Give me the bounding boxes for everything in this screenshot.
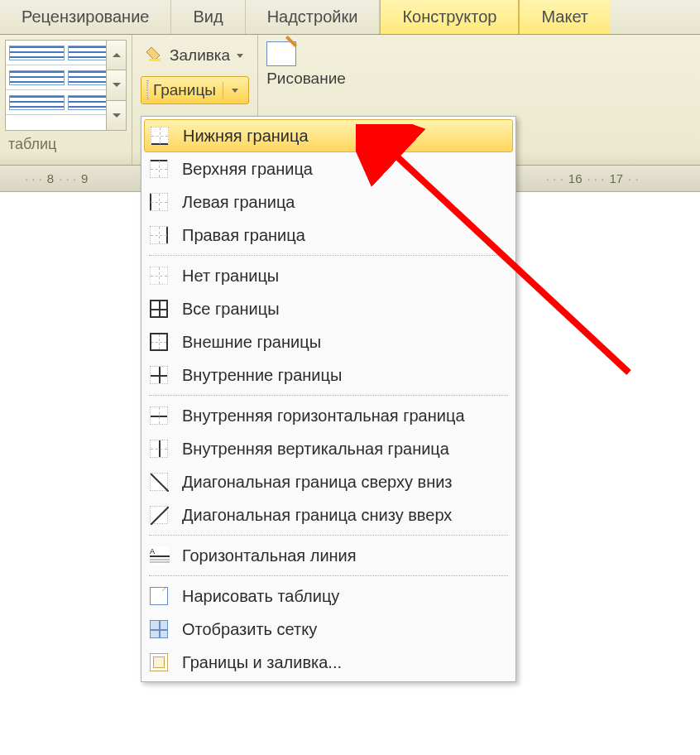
menu-item-label: Верхняя граница	[182, 160, 313, 179]
fill-button[interactable]: Заливка	[141, 41, 249, 70]
menu-item-label: Границы и заливка...	[182, 653, 342, 672]
border-ihoriz-icon	[147, 406, 170, 426]
menu-item-label: Диагональная граница снизу вверх	[182, 506, 452, 525]
chevron-down-icon	[113, 83, 121, 87]
ruler-mark-16: 16	[568, 171, 583, 185]
gallery-down-button[interactable]	[107, 70, 126, 100]
menu-item-all[interactable]: Все границы	[144, 292, 513, 325]
menu-item-label: Правая граница	[182, 226, 305, 245]
border-grid-icon	[147, 619, 170, 639]
draw-table-icon[interactable]	[266, 41, 296, 66]
ribbon-tabs: Рецензирование Вид Надстройки Конструкто…	[0, 0, 700, 35]
border-inside-icon	[147, 365, 170, 385]
border-hline-icon: A	[147, 546, 170, 565]
menu-item-label: Внутренняя горизонтальная граница	[182, 406, 465, 426]
menu-item-label: Горизонтальная линия	[182, 546, 357, 565]
menu-item-label: Внутренние границы	[182, 366, 342, 385]
tab-design[interactable]: Конструктор	[380, 0, 519, 34]
ruler-mark-8: 8	[47, 171, 54, 185]
menu-separator	[149, 255, 508, 256]
tab-layout[interactable]: Макет	[519, 0, 610, 34]
svg-line-1	[151, 474, 169, 492]
menu-item-none[interactable]: Нет границы	[144, 259, 513, 292]
border-draw-icon	[147, 586, 170, 606]
borders-icon	[146, 81, 148, 99]
menu-separator	[149, 395, 508, 396]
menu-separator	[149, 535, 508, 536]
menu-item-label: Нарисовать таблицу	[182, 587, 339, 606]
tab-view[interactable]: Вид	[171, 0, 245, 34]
menu-separator	[149, 575, 508, 576]
menu-item-label: Все границы	[182, 300, 280, 319]
chevron-up-icon	[113, 53, 121, 57]
border-all-icon	[147, 299, 170, 319]
fill-label: Заливка	[170, 46, 230, 65]
menu-item-dialog[interactable]: Границы и заливка...	[144, 646, 513, 679]
border-bottom-icon	[148, 126, 171, 146]
table-styles-label: таблиц	[5, 136, 127, 153]
ruler-mark-17: 17	[609, 171, 623, 185]
gallery-up-button[interactable]	[107, 41, 126, 70]
border-diagup-icon	[147, 505, 170, 525]
menu-item-outside[interactable]: Внешние границы	[144, 325, 513, 358]
border-left-icon	[147, 192, 170, 212]
chevron-down-icon	[237, 54, 243, 58]
menu-item-label: Диагональная граница сверху вниз	[182, 473, 453, 492]
menu-item-hline[interactable]: AГоризонтальная линия	[144, 539, 513, 572]
menu-item-top[interactable]: Верхняя граница	[144, 152, 513, 185]
menu-item-right[interactable]: Правая граница	[144, 219, 513, 252]
menu-item-label: Внутренняя вертикальная граница	[182, 440, 449, 459]
chevron-down-icon	[113, 113, 121, 118]
tab-review[interactable]: Рецензирование	[0, 0, 171, 34]
borders-button[interactable]: Границы	[141, 76, 249, 104]
border-right-icon	[147, 225, 170, 245]
draw-label: Рисование	[266, 70, 346, 88]
menu-item-draw[interactable]: Нарисовать таблицу	[144, 579, 513, 613]
menu-item-diagup[interactable]: Диагональная граница снизу вверх	[144, 498, 513, 531]
menu-item-label: Нет границы	[182, 267, 279, 286]
borders-label: Границы	[153, 81, 216, 99]
menu-item-label: Отобразить сетку	[182, 620, 317, 639]
menu-item-grid[interactable]: Отобразить сетку	[144, 613, 513, 646]
menu-item-label: Внешние границы	[182, 333, 321, 352]
menu-item-ivert[interactable]: Внутренняя вертикальная граница	[144, 432, 513, 465]
border-outside-icon	[147, 332, 170, 352]
menu-item-label: Левая граница	[182, 193, 295, 212]
border-top-icon	[147, 159, 170, 179]
split-separator	[223, 82, 223, 99]
menu-item-left[interactable]: Левая граница	[144, 185, 513, 219]
menu-item-label: Нижняя граница	[183, 127, 309, 146]
gallery-more-button[interactable]	[107, 101, 126, 130]
borders-menu: Нижняя границаВерхняя границаЛевая грани…	[141, 116, 516, 682]
tab-addins[interactable]: Надстройки	[246, 0, 381, 34]
svg-rect-0	[149, 59, 161, 61]
menu-item-bottom[interactable]: Нижняя граница	[144, 119, 513, 152]
border-dialog-icon	[147, 652, 170, 672]
bucket-icon	[146, 45, 165, 67]
svg-line-7	[162, 588, 169, 591]
menu-item-diagdn[interactable]: Диагональная граница сверху вниз	[144, 465, 513, 498]
border-ivert-icon	[147, 439, 170, 459]
chevron-down-icon	[232, 89, 238, 93]
table-styles-gallery[interactable]	[5, 40, 127, 131]
border-none-icon	[147, 266, 170, 286]
ruler-mark-9: 9	[81, 171, 88, 185]
border-diagdn-icon	[147, 472, 170, 492]
table-styles-group: таблиц	[0, 35, 132, 165]
menu-item-inside[interactable]: Внутренние границы	[144, 358, 513, 392]
menu-item-ihoriz[interactable]: Внутренняя горизонтальная граница	[144, 399, 513, 432]
svg-line-2	[151, 507, 169, 525]
svg-text:A: A	[150, 547, 155, 555]
